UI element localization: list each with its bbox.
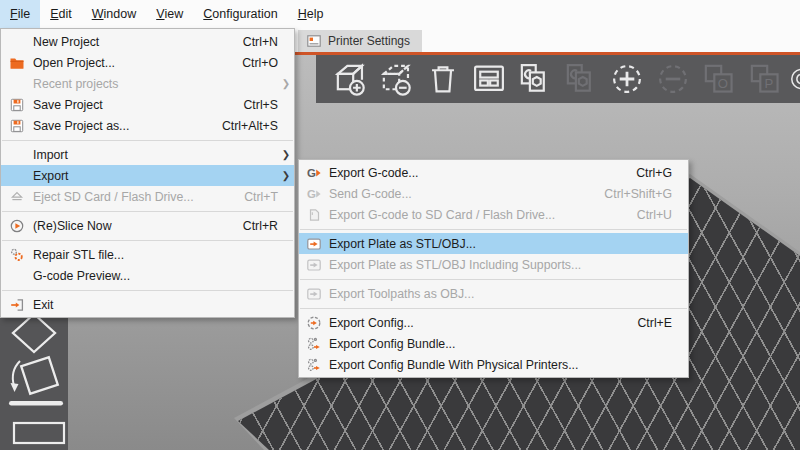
menu-item-label: Export Plate as STL/OBJ... — [329, 237, 672, 251]
rotate-tool-icon[interactable] — [0, 312, 68, 354]
toolbar-split-objects-icon: O — [696, 57, 742, 101]
tab-label: Printer Settings — [328, 34, 410, 48]
menu-item-shortcut: Ctrl+G — [636, 166, 672, 180]
svg-text:P: P — [765, 76, 774, 91]
file-menu-item-g-code-preview[interactable]: G-code Preview... — [1, 265, 294, 286]
export-submenu-item-export-plate-as-stl-obj[interactable]: Export Plate as STL/OBJ... — [299, 233, 688, 254]
menu-separator — [2, 290, 293, 291]
menu-item-label: Export G-code... — [329, 166, 616, 180]
file-menu-item-save-project[interactable]: Save ProjectCtrl+S — [1, 94, 294, 115]
file-menu-item-import[interactable]: Import❯ — [1, 144, 294, 165]
file-menu-item-export[interactable]: Export❯ — [1, 165, 294, 186]
plate-icon — [299, 286, 329, 302]
gcode-icon: G — [299, 186, 329, 202]
menu-item-label: New Project — [33, 35, 223, 49]
file-menu-item-new-project[interactable]: New ProjectCtrl+N — [1, 31, 294, 52]
toolbar-split-parts-icon: P — [742, 57, 788, 101]
menu-item-shortcut: Ctrl+R — [243, 219, 278, 233]
toolbar-remove-instance-icon — [650, 57, 696, 101]
menu-separator — [300, 279, 687, 280]
export-submenu-item-export-toolpaths-as-obj[interactable]: Export Toolpaths as OBJ... — [299, 283, 688, 304]
toolbar-copy-icon[interactable] — [512, 57, 558, 101]
bundle-icon — [299, 357, 329, 373]
bundle-icon — [299, 336, 329, 352]
file-menu: New ProjectCtrl+NOpen Project...Ctrl+ORe… — [0, 28, 295, 318]
toolbar-arrange-icon[interactable] — [466, 57, 512, 101]
menubar-item-view[interactable]: View — [146, 0, 193, 28]
file-menu-item-save-project-as[interactable]: Save Project as...Ctrl+Alt+S — [1, 115, 294, 136]
menu-item-label: Save Project — [33, 98, 223, 112]
menu-bar: FileEditWindowViewConfigurationHelp — [0, 0, 800, 28]
svg-text:G: G — [307, 167, 316, 179]
toolbar-delete-object-icon[interactable] — [374, 57, 420, 101]
menubar-item-window[interactable]: Window — [82, 0, 146, 28]
menu-item-label: Export Plate as STL/OBJ Including Suppor… — [329, 258, 672, 272]
export-submenu-item-export-config[interactable]: Export Config...Ctrl+E — [299, 312, 688, 333]
place-on-face-tool-icon[interactable] — [0, 354, 68, 410]
menu-separator — [300, 229, 687, 230]
file-menu-item-recent-projects[interactable]: Recent projects❯ — [1, 73, 294, 94]
folder-icon — [1, 55, 33, 71]
file-menu-item-repair-stl-file[interactable]: Repair STL file... — [1, 244, 294, 265]
menu-item-shortcut: Ctrl+E — [637, 316, 672, 330]
submenu-arrow-icon: ❯ — [278, 149, 294, 160]
menu-item-shortcut: Ctrl+S — [243, 98, 278, 112]
export-submenu-item-export-plate-as-stl-obj-including-supports[interactable]: Export Plate as STL/OBJ Including Suppor… — [299, 254, 688, 275]
toolbar-add-object-icon[interactable] — [328, 57, 374, 101]
svg-text:O: O — [718, 76, 728, 91]
tab-printer-settings[interactable]: Printer Settings — [298, 30, 422, 52]
export-submenu-item-send-g-code[interactable]: GSend G-code...Ctrl+Shift+G — [299, 183, 688, 204]
export-submenu-item-export-config-bundle[interactable]: Export Config Bundle... — [299, 333, 688, 354]
menu-separator — [300, 308, 687, 309]
menu-separator — [2, 240, 293, 241]
toolbar-delete-all-icon[interactable] — [420, 57, 466, 101]
file-menu-item-eject-sd-card-flash-drive[interactable]: Eject SD Card / Flash Drive...Ctrl+T — [1, 186, 294, 207]
slice-icon — [1, 218, 33, 234]
menu-item-label: Repair STL file... — [33, 248, 278, 262]
printer-icon — [306, 33, 322, 49]
menubar-item-edit[interactable]: Edit — [40, 0, 82, 28]
toolbar-paste-icon — [558, 57, 604, 101]
export-submenu-item-export-g-code-to-sd-card-flash-drive[interactable]: Export G-code to SD Card / Flash Drive..… — [299, 204, 688, 225]
menu-item-label: Eject SD Card / Flash Drive... — [33, 190, 224, 204]
menu-item-shortcut: Ctrl+Shift+G — [604, 187, 672, 201]
repair-icon — [1, 247, 33, 263]
menu-item-label: Export — [33, 169, 278, 183]
toolbar-add-instance-icon[interactable] — [604, 57, 650, 101]
menu-item-shortcut: Ctrl+Alt+S — [222, 119, 278, 133]
file-menu-item-open-project[interactable]: Open Project...Ctrl+O — [1, 52, 294, 73]
menubar-item-file[interactable]: File — [0, 0, 40, 28]
exit-icon — [1, 297, 33, 313]
menubar-item-configuration[interactable]: Configuration — [193, 0, 287, 28]
menu-separator — [2, 140, 293, 141]
menu-item-label: Export Config... — [329, 316, 617, 330]
config-icon — [299, 315, 329, 331]
app-window: OP Printer Settings FileEditWindowViewCo… — [0, 0, 800, 450]
export-submenu: GExport G-code...Ctrl+GGSend G-code...Ct… — [298, 159, 689, 378]
menubar-item-help[interactable]: Help — [288, 0, 334, 28]
menu-item-label: Recent projects — [33, 77, 278, 91]
menu-item-shortcut: Ctrl+T — [244, 190, 278, 204]
export-submenu-item-export-config-bundle-with-physical-printers[interactable]: Export Config Bundle With Physical Print… — [299, 354, 688, 375]
file-menu-item-re-slice-now[interactable]: (Re)Slice NowCtrl+R — [1, 215, 294, 236]
menu-item-label: (Re)Slice Now — [33, 219, 223, 233]
main-toolbar: OP — [316, 55, 800, 103]
cut-tool-icon[interactable] — [0, 420, 68, 446]
menu-item-label: Save Project as... — [33, 119, 202, 133]
menu-item-label: Import — [33, 148, 278, 162]
menu-item-label: Export Toolpaths as OBJ... — [329, 287, 672, 301]
export-submenu-item-export-g-code[interactable]: GExport G-code...Ctrl+G — [299, 162, 688, 183]
submenu-arrow-icon: ❯ — [278, 78, 294, 89]
menu-item-label: Export Config Bundle... — [329, 337, 672, 351]
menu-item-label: Export Config Bundle With Physical Print… — [329, 358, 672, 372]
eject-icon — [1, 189, 33, 205]
toolbar-edge-circle-icon[interactable] — [787, 60, 800, 98]
menu-item-label: G-code Preview... — [33, 269, 278, 283]
menu-separator — [2, 211, 293, 212]
file-menu-item-exit[interactable]: Exit — [1, 294, 294, 315]
menu-item-label: Open Project... — [33, 56, 222, 70]
submenu-arrow-icon: ❯ — [278, 170, 294, 181]
menu-item-shortcut: Ctrl+U — [637, 208, 672, 222]
plate-icon — [299, 257, 329, 273]
menu-item-shortcut: Ctrl+O — [242, 56, 278, 70]
